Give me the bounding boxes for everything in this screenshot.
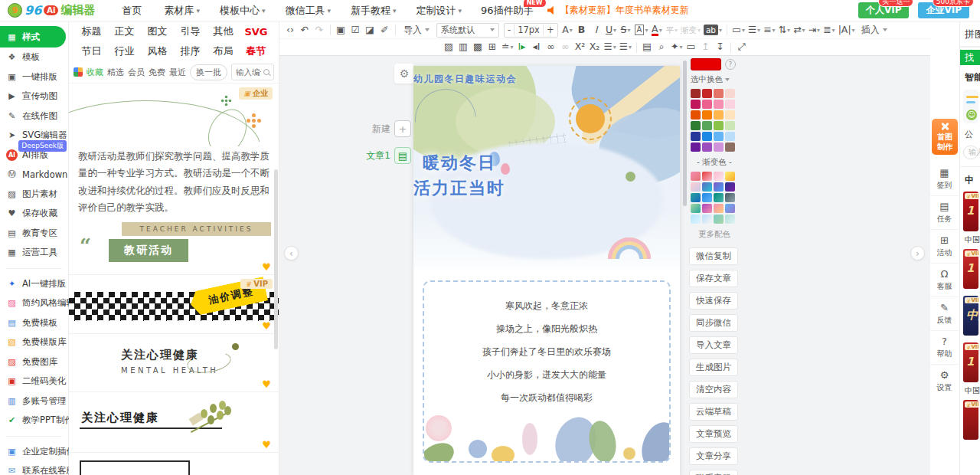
style-tab[interactable]: 布局 xyxy=(207,44,240,58)
toolbar-sep[interactable] xyxy=(727,25,727,35)
background-pattern-icon[interactable]: ▩ xyxy=(471,40,485,54)
template-thumbnail[interactable]: ♛VIP xyxy=(963,400,978,440)
unlink-icon[interactable]: ∞ xyxy=(559,40,573,54)
filter-option[interactable]: 免费 xyxy=(149,67,165,78)
enterprise-vip-button[interactable]: 企业VIP 500京东卡 xyxy=(918,2,969,18)
insert-dropdown[interactable]: 插入 xyxy=(857,24,892,37)
dashed-text-box[interactable]: 寒风吹起，冬意正浓操场之上，像阳光般炽热孩子们奔赴了冬日里的欢乐赛场小小的身影，… xyxy=(423,280,671,463)
gradient-swatch[interactable] xyxy=(714,215,724,224)
sidebar-item[interactable]: ▦ 运营工具 xyxy=(0,243,68,263)
action-button[interactable]: 导入文章 xyxy=(689,336,738,354)
gradient-swatch[interactable] xyxy=(714,182,724,192)
style-tab[interactable]: 图文 xyxy=(141,25,174,38)
style-template-item[interactable]: 世·界·粮·食·日 .1 ♥ 查看全部素材 xyxy=(69,453,279,475)
favorite-heart-icon[interactable]: ♥ xyxy=(262,440,271,450)
color-swatch[interactable] xyxy=(702,132,712,141)
sidebar-item[interactable]: ▦ 样式 xyxy=(0,26,66,48)
menu-item[interactable]: 模板中心▾ xyxy=(210,0,276,21)
article-body[interactable]: 寒风吹起，冬意正浓操场之上，像阳光般炽热孩子们奔赴了冬日里的欢乐赛场小小的身影，… xyxy=(413,268,680,463)
more-colors-link[interactable]: 更多配色 xyxy=(691,229,738,240)
cursor-position-icon[interactable]: ◂I xyxy=(530,40,544,54)
toolbar-sep[interactable] xyxy=(636,42,637,53)
style-template-item[interactable]: 关注心理健康 MENTAL HEALTH ♥ xyxy=(69,334,279,392)
style-template-item[interactable]: 关注心理健康 ♥ xyxy=(69,392,279,453)
filter-option[interactable]: 会员 xyxy=(128,67,145,78)
collapse-right-arrow[interactable]: › xyxy=(910,246,925,260)
rail-tool-button[interactable]: ▦ 签到 xyxy=(930,162,959,196)
color-swatch[interactable] xyxy=(691,132,701,141)
gradient-swatch[interactable] xyxy=(714,204,724,213)
gradient-text-button[interactable]: 渐变▾ xyxy=(679,23,702,38)
body-text-line[interactable]: 操场之上，像阳光般炽热 xyxy=(424,319,669,342)
color-swatch[interactable] xyxy=(714,100,724,109)
current-color-swatch[interactable] xyxy=(691,58,721,70)
filter-option[interactable]: 精选 xyxy=(107,67,124,78)
sidebar-item[interactable]: ▣ 二维码美化 xyxy=(0,372,68,391)
action-button[interactable]: 联系客服 xyxy=(689,470,738,475)
gradient-swatch[interactable] xyxy=(714,193,724,202)
format-paint-icon[interactable]: ✐ xyxy=(377,23,392,38)
color-swatch[interactable] xyxy=(725,132,735,141)
sidebar-item[interactable]: ✉ 联系在线客服 xyxy=(0,461,68,475)
body-text-line[interactable]: 小小的身影，迸发大大的能量 xyxy=(424,365,669,388)
color-swatch[interactable] xyxy=(725,89,735,98)
new-article-tab[interactable]: 新建 + xyxy=(348,120,411,137)
article-title[interactable]: 暖动冬日 活力正当时 xyxy=(413,66,505,201)
menu-item[interactable]: 微信工具▾ xyxy=(276,0,341,21)
undo-icon[interactable]: ↶ xyxy=(298,23,312,38)
color-swatch[interactable] xyxy=(691,100,701,109)
template-thumbnail[interactable]: ♛VIP 1 xyxy=(963,249,978,289)
refresh-batch-button[interactable]: 换一批 xyxy=(190,64,227,80)
color-swatch[interactable] xyxy=(714,142,724,152)
sidebar-item[interactable]: ✔ 教学PPT制作 xyxy=(0,411,68,431)
import-dropdown[interactable]: 导入 xyxy=(399,24,434,37)
color-swatch[interactable] xyxy=(725,110,735,120)
html-source-icon[interactable]: ‹› xyxy=(283,23,298,38)
table-icon[interactable]: ⊞ xyxy=(485,40,500,54)
indent-button[interactable]: ⇥▾ xyxy=(807,23,822,38)
color-swatch[interactable] xyxy=(691,110,701,120)
strip-tab[interactable]: 拼图 xyxy=(960,21,980,48)
action-button[interactable]: 保存文章 xyxy=(689,270,738,287)
gradient-swatch[interactable] xyxy=(725,193,735,202)
action-button[interactable]: 文章预览 xyxy=(689,425,738,443)
category-grid-icon[interactable] xyxy=(74,67,83,77)
subscript-icon[interactable]: X₂ xyxy=(588,40,603,54)
color-swatch[interactable] xyxy=(702,142,712,152)
app-logo[interactable]: 9 96 Ai 编辑器 xyxy=(8,3,95,18)
style-tab[interactable]: 引导 xyxy=(174,25,207,38)
gradient-swatch[interactable] xyxy=(691,182,701,192)
gradient-swatch[interactable] xyxy=(691,215,701,224)
favorite-heart-icon[interactable]: ♥ xyxy=(262,262,271,272)
cover-image-maker-button[interactable]: 首图 制作 xyxy=(932,119,958,155)
paragraph-spacing-button[interactable]: ⇅▾ xyxy=(777,23,792,38)
gradient-swatch[interactable] xyxy=(702,204,712,213)
style-tab[interactable]: 风格 xyxy=(141,44,174,58)
color-swatch[interactable] xyxy=(725,100,735,109)
gradient-swatch[interactable] xyxy=(725,172,735,181)
align-button[interactable]: ☰▾ xyxy=(746,23,762,38)
body-text-line[interactable]: 孩子们奔赴了冬日里的欢乐赛场 xyxy=(424,342,669,365)
rail-tool-button[interactable]: ▤ 任务 xyxy=(930,196,959,230)
text-border-button[interactable]: A▾ xyxy=(633,23,650,38)
move-bottom-icon[interactable]: ↧ xyxy=(713,40,727,54)
beautify-icon[interactable]: ✦▾ xyxy=(669,40,684,54)
menu-item[interactable]: 定制设计▾ xyxy=(407,0,472,21)
line-height-button[interactable]: ≡▾ xyxy=(762,23,777,38)
action-button[interactable]: 生成图片 xyxy=(689,359,738,376)
personal-vip-button[interactable]: 个人VIP 买一送一 xyxy=(858,2,910,18)
template-thumbnail[interactable]: ♛VIP 1 xyxy=(963,192,978,231)
gradient-swatch[interactable] xyxy=(714,172,724,181)
sidebar-item[interactable]: ▥ 多账号管理 xyxy=(0,391,68,411)
save-doc-icon[interactable]: ▣ xyxy=(334,23,348,38)
style-tab[interactable]: 其他 xyxy=(207,25,240,38)
gradient-swatch[interactable] xyxy=(725,204,735,213)
ordered-list-icon[interactable]: ☰▾ xyxy=(603,40,618,54)
color-swatch[interactable] xyxy=(691,89,701,98)
style-tab[interactable]: 春节 xyxy=(240,44,273,58)
italic-button[interactable]: I xyxy=(590,23,604,38)
style-tab[interactable]: 节日 xyxy=(75,44,108,58)
menu-item-plugin-assistant[interactable]: 96插件助手 NEW xyxy=(472,0,543,21)
superscript-icon[interactable]: X² xyxy=(573,40,588,54)
sidebar-item[interactable]: ✎ 在线作图 xyxy=(0,106,68,126)
